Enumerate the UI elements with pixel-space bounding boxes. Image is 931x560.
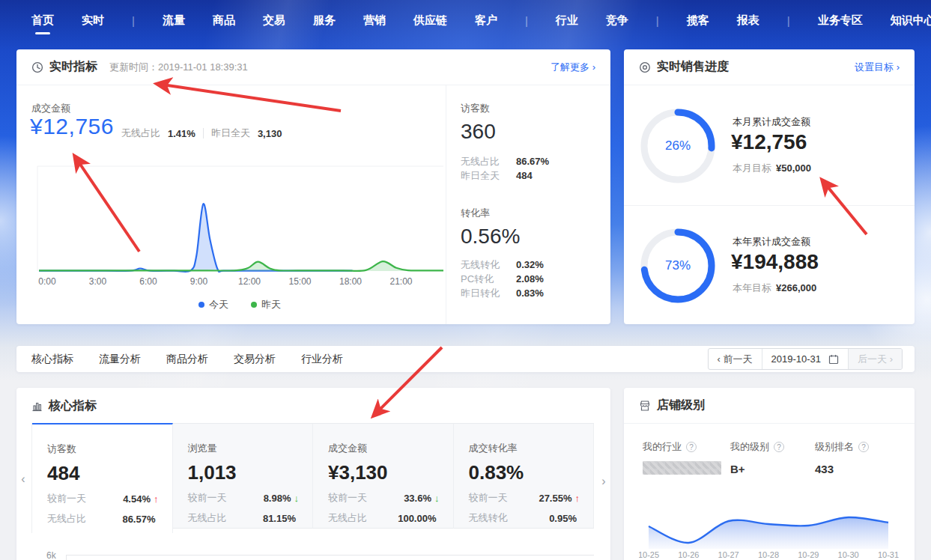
year-progress-pct: 73% [639, 227, 717, 305]
panel-title: 实时销售进度 [657, 59, 729, 75]
visitors-label: 访客数 [461, 102, 549, 115]
panel-title: 店铺级别 [657, 398, 705, 413]
stat-row: 无线转化0.32% [461, 258, 544, 272]
conversion-label: 转化率 [461, 207, 544, 220]
nav-item[interactable]: | [525, 14, 528, 27]
nav-item[interactable]: 流量 [163, 13, 185, 28]
learn-more-link[interactable]: 了解更多 › [551, 61, 595, 74]
help-icon[interactable]: ? [858, 442, 869, 452]
legend-item[interactable]: 今天 [198, 298, 228, 311]
analysis-tab[interactable]: 商品分析 [166, 353, 208, 366]
conversion-block: 转化率 0.56% 无线转化0.32%PC转化2.08%昨日转化0.83% [461, 207, 544, 300]
analysis-tab[interactable]: 行业分析 [301, 353, 343, 366]
prev-day-button[interactable]: ‹ 前一天 [709, 349, 762, 369]
card-stat-row: 无线占比 81.15% [188, 511, 300, 525]
core-metrics-panel: 核心指标 ‹ › 访客数 484 较前一天 4.54% ↑ 无线占比 [16, 388, 610, 560]
trend-arrow: ↓ [294, 493, 300, 504]
year-amount-value: ¥194,888 [731, 250, 819, 274]
svg-text:6:00: 6:00 [139, 276, 157, 287]
nav-item[interactable]: 竞争 [606, 13, 628, 28]
nav-item[interactable]: 行业 [556, 13, 578, 28]
nav-item[interactable]: 知识中心 [891, 13, 931, 28]
card-stat-row: 较前一天 33.6% ↓ [328, 491, 440, 505]
stat-value: 3,130 [258, 128, 282, 139]
nav-item[interactable]: 客户 [475, 13, 497, 28]
calendar-icon [828, 354, 839, 365]
metric-card[interactable]: 成交金额 ¥3,130 较前一天 33.6% ↓ 无线占比 100.00% [313, 423, 454, 529]
trend-arrow: ↓ [434, 493, 440, 504]
panel-title: 实时指标 [49, 59, 97, 75]
legend-dot [251, 302, 257, 308]
set-goal-link[interactable]: 设置目标 › [855, 61, 900, 74]
nav-item[interactable]: 实时 [82, 13, 104, 28]
nav-item[interactable]: | [132, 14, 135, 27]
date-navigator: ‹ 前一天 2019-10-31 后一天 › [708, 348, 903, 370]
month-progress-pct: 26% [639, 107, 717, 185]
conversion-value: 0.56% [461, 225, 544, 249]
analysis-tab[interactable]: 流量分析 [99, 353, 141, 366]
svg-text:9:00: 9:00 [190, 276, 208, 287]
nav-item[interactable]: 供应链 [413, 13, 447, 28]
help-icon[interactable]: ? [686, 442, 697, 452]
core-panel-header: 核心指标 [16, 388, 610, 424]
y-axis-label: 6k [46, 550, 56, 560]
stat-label: 无线占比 [121, 127, 160, 140]
amount-value: ¥12,756 [30, 114, 114, 139]
clock-icon [31, 61, 43, 73]
nav-item[interactable]: 商品 [213, 13, 235, 28]
trend-arrow: ↑ [154, 493, 159, 505]
stat-value: 1.41% [168, 128, 195, 139]
nav-item[interactable]: | [787, 14, 790, 27]
svg-text:10-26: 10-26 [678, 550, 699, 559]
realtime-panel: 实时指标 更新时间：2019-11-01 18:39:31 了解更多 › 成交金… [16, 49, 610, 324]
divider [446, 85, 446, 324]
analysis-tab[interactable]: 交易分析 [234, 353, 276, 366]
nav-item[interactable]: 首页 [31, 13, 54, 28]
panel-title: 核心指标 [49, 398, 97, 414]
year-amount-label: 本年累计成交金额 [733, 235, 810, 249]
svg-text:10-27: 10-27 [718, 550, 739, 559]
card-stat-row: 较前一天 4.54% ↑ [47, 492, 159, 505]
svg-text:10-30: 10-30 [838, 550, 859, 559]
stat-row: 昨日转化0.83% [461, 286, 544, 300]
nav-item[interactable]: 交易 [263, 13, 285, 28]
shop-col: 我的行业 ? [643, 440, 721, 484]
metric-card[interactable]: 浏览量 1,013 较前一天 8.98% ↓ 无线占比 81.15% [173, 423, 314, 529]
nav-item[interactable]: 服务 [313, 13, 336, 28]
divider [624, 205, 915, 206]
svg-text:10-31: 10-31 [878, 550, 899, 559]
nav-item[interactable]: 揽客 [687, 13, 709, 28]
analysis-tab[interactable]: 核心指标 [31, 353, 73, 366]
svg-text:10-25: 10-25 [639, 550, 659, 559]
svg-text:15:00: 15:00 [288, 276, 311, 287]
stat-row: 无线占比86.67% [461, 154, 549, 168]
nav-item[interactable]: 报表 [737, 13, 759, 28]
visitors-block: 访客数 360 无线占比86.67%昨日全天484 [461, 102, 549, 183]
sales-progress-panel: 实时销售进度 设置目标 › 26% 本月累计成交金额 ¥12,756 本月目标¥… [624, 49, 915, 324]
top-nav: 首页实时|流量商品交易服务营销供应链客户|行业竞争|揽客报表|业务专区知识中心 [31, 0, 931, 41]
help-icon[interactable]: ? [774, 442, 784, 452]
month-amount-label: 本月累计成交金额 [733, 115, 810, 129]
stat-label: 昨日全天 [211, 127, 250, 140]
nav-item[interactable]: | [656, 14, 659, 27]
trend-arrow: ↑ [575, 493, 580, 504]
card-stat-row: 无线占比 86.57% [47, 512, 159, 526]
shop-level-area-chart: 10-2510-2610-2710-2810-2910-3010-31 [639, 485, 900, 559]
next-day-button[interactable]: 后一天 › [849, 349, 902, 369]
metric-card[interactable]: 成交转化率 0.83% 较前一天 27.55% ↑ 无线转化 0.95% [454, 423, 595, 529]
date-picker[interactable]: 2019-10-31 [762, 349, 849, 369]
carousel-prev-button[interactable]: ‹ [16, 468, 30, 490]
nav-item[interactable]: 业务专区 [818, 13, 863, 28]
month-amount-value: ¥12,756 [731, 130, 807, 154]
legend-item[interactable]: 昨天 [251, 298, 281, 311]
legend-dot [198, 302, 204, 308]
nav-item[interactable]: 营销 [363, 13, 386, 28]
svg-text:3:00: 3:00 [89, 276, 107, 287]
metric-card[interactable]: 访客数 484 较前一天 4.54% ↑ 无线占比 86.57% [32, 423, 173, 533]
svg-text:10-28: 10-28 [758, 550, 779, 559]
carousel-next-button[interactable]: › [597, 470, 610, 493]
card-stat-row: 无线转化 0.95% [469, 511, 580, 525]
visitors-value: 360 [461, 120, 549, 144]
shop-icon [639, 400, 651, 412]
month-target: 本月目标¥50,000 [733, 162, 811, 175]
